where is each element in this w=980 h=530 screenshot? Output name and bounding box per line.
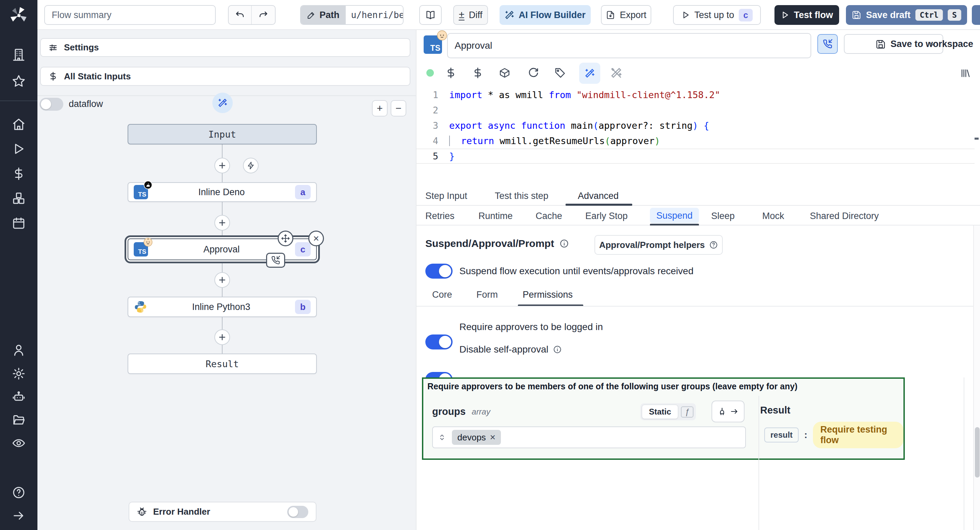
dollar-variables-icon[interactable]	[12, 167, 25, 180]
rotate-cw-icon[interactable]	[527, 67, 539, 79]
suspend-toggle[interactable]	[425, 263, 453, 279]
error-handler-row[interactable]: Error Handler	[129, 502, 317, 522]
suspend-heading: Suspend/Approval/Prompt	[425, 238, 554, 249]
step-title-input[interactable]	[448, 34, 811, 57]
add-step-button[interactable]	[215, 158, 230, 173]
deno-icon	[143, 180, 153, 190]
scrollbar[interactable]	[973, 225, 980, 530]
result-key-pill[interactable]: result	[764, 428, 799, 442]
star-icon[interactable]	[12, 74, 25, 88]
eye-icon[interactable]	[12, 436, 25, 450]
bot-workers-icon[interactable]	[12, 390, 25, 404]
save-draft-button[interactable]: Save draft Ctrl S	[846, 5, 967, 25]
settings-gear-icon[interactable]	[12, 367, 25, 380]
package-icon[interactable]	[499, 67, 511, 79]
diff-button[interactable]: ± Diff	[453, 5, 488, 25]
tab-form[interactable]: Form	[476, 289, 498, 300]
dollar-icon[interactable]	[445, 67, 457, 79]
test-flow-button[interactable]: Test flow	[775, 5, 839, 25]
flow-node-result[interactable]: Result	[127, 354, 317, 374]
flow-summary-input[interactable]	[45, 6, 215, 24]
flow-node-input[interactable]: Input	[127, 124, 317, 144]
subtab-retries[interactable]: Retries	[425, 211, 455, 221]
all-static-inputs-button[interactable]: All Static Inputs	[40, 67, 410, 86]
error-handler-toggle[interactable]	[287, 506, 308, 518]
flow-node-deno[interactable]: TS Inline Deno a	[127, 182, 317, 202]
overview-ruler-mark	[975, 137, 978, 140]
topbar-overflow-button[interactable]	[972, 5, 980, 25]
subtab-runtime[interactable]: Runtime	[479, 211, 513, 221]
zoom-out-button[interactable]: −	[391, 100, 406, 117]
static-option[interactable]: Static	[642, 405, 678, 419]
export-button[interactable]: Export	[601, 5, 651, 25]
ai-wand-active-button[interactable]	[579, 63, 600, 84]
tab-core[interactable]: Core	[432, 289, 452, 300]
subtab-early-stop[interactable]: Early Stop	[585, 211, 628, 221]
subtab-suspend-active[interactable]: Suspend	[650, 208, 699, 223]
tab-step-input[interactable]: Step Input	[425, 191, 467, 201]
move-icon	[281, 234, 290, 243]
line-number: 2	[417, 105, 438, 115]
library-icon[interactable]	[960, 68, 970, 78]
undo-button[interactable]	[229, 6, 252, 24]
scrollbar-thumb[interactable]	[975, 427, 980, 477]
help-circle-icon[interactable]	[12, 486, 25, 499]
arrow-right-expand-icon[interactable]	[12, 509, 25, 522]
topbar: Path u/henri/bes ± Diff AI Flow Builder …	[37, 0, 980, 30]
add-trigger-button[interactable]	[243, 158, 259, 173]
home-icon[interactable]	[12, 118, 25, 131]
groups-multiselect-input[interactable]: devops ×	[432, 426, 746, 448]
calendar-schedules-icon[interactable]	[12, 216, 25, 230]
zoom-in-button[interactable]: +	[372, 100, 388, 117]
path-button[interactable]: Path	[301, 6, 346, 24]
plug-icon	[718, 407, 727, 416]
approval-phone-toggle-button[interactable]	[817, 34, 838, 54]
groups-field-type: array	[472, 407, 490, 417]
chip-remove-icon[interactable]: ×	[490, 432, 495, 443]
plug-connect-button[interactable]	[711, 401, 745, 422]
user-icon[interactable]	[12, 343, 25, 357]
function-option[interactable]: ƒ	[679, 405, 695, 419]
flow-settings-button[interactable]: Settings	[40, 38, 410, 57]
require-login-toggle[interactable]	[425, 334, 453, 350]
dollar-icon[interactable]	[472, 67, 484, 79]
wand-off-icon[interactable]	[611, 67, 622, 79]
save-to-workspace-button[interactable]: Save to workspace	[875, 39, 973, 49]
docs-button[interactable]	[419, 5, 442, 25]
add-step-button[interactable]	[215, 215, 230, 231]
tag-icon[interactable]	[554, 67, 566, 79]
result-value-highlight: Require testing flow	[813, 422, 904, 448]
building-icon[interactable]	[12, 48, 25, 61]
ai-flow-builder-button[interactable]: AI Flow Builder	[500, 5, 591, 25]
status-dot	[426, 69, 434, 77]
subtab-shared-directory[interactable]: Shared Directory	[810, 211, 879, 221]
subtab-cache[interactable]: Cache	[536, 211, 562, 221]
boxes-resources-icon[interactable]	[12, 192, 25, 205]
info-icon[interactable]	[559, 239, 569, 248]
move-node-button[interactable]	[278, 231, 293, 246]
tab-permissions-active[interactable]: Permissions	[523, 289, 573, 300]
subtab-mock[interactable]: Mock	[762, 211, 784, 221]
test-up-to-button[interactable]: Test up to c	[673, 5, 761, 25]
info-icon[interactable]	[553, 345, 562, 354]
node-badge: c	[295, 242, 311, 257]
dataflow-toggle[interactable]	[40, 98, 63, 111]
add-step-button[interactable]	[215, 329, 230, 345]
flow-node-python[interactable]: Inline Python3 b	[127, 297, 317, 317]
subtab-sleep[interactable]: Sleep	[711, 211, 735, 221]
delete-node-button[interactable]: ×	[308, 231, 324, 246]
folder-open-icon[interactable]	[12, 413, 25, 427]
tab-test-this-step[interactable]: Test this step	[495, 191, 549, 201]
path-value[interactable]: u/henri/bes	[346, 6, 404, 24]
add-step-button[interactable]	[215, 272, 230, 288]
chevrons-up-down-icon	[438, 433, 447, 442]
play-runs-icon[interactable]	[12, 142, 25, 156]
group-chip-devops[interactable]: devops ×	[452, 430, 501, 445]
code-editor[interactable]: 1import * as wmill from "windmill-client…	[417, 84, 980, 186]
redo-button[interactable]	[252, 6, 275, 24]
tab-advanced-active[interactable]: Advanced	[578, 191, 619, 201]
approval-prompt-helpers-button[interactable]: Approval/Prompt helpers	[595, 235, 723, 255]
windmill-logo-icon[interactable]	[9, 5, 29, 25]
ai-assist-button[interactable]	[212, 93, 233, 113]
approval-phone-button[interactable]	[266, 253, 285, 268]
